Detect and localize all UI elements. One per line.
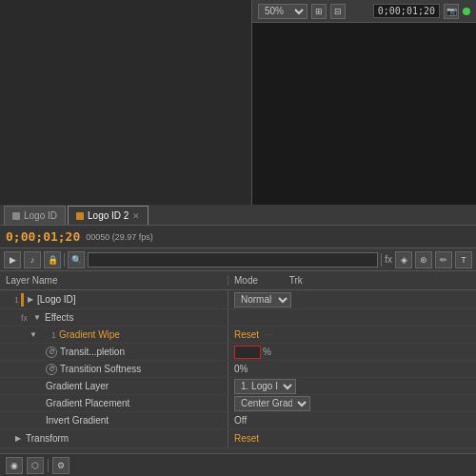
effects-expand-arrow[interactable]: ▼ [32,313,42,323]
bottom-separator [48,459,49,472]
transition-completion-row: ⏱ Transit...pletion 0 % [0,344,476,361]
invert-gradient-row: Invert Gradient Off [0,412,476,429]
lock-button[interactable]: 🔒 [44,251,61,268]
gradient-wipe-row: ▼ 1 Gradient Wipe Reset ··· [0,327,476,344]
transition-softness-name: Transition Softness [60,364,141,374]
gradient-wipe-left: ▼ 1 Gradient Wipe [0,327,228,343]
fx-label: fx [385,254,392,265]
gradient-wipe-right: Reset ··· [228,329,476,340]
audio-button[interactable]: ♪ [24,251,41,268]
gradient-placement-right: Center Gradie [228,396,476,411]
main-timecode: 0;00;01;20 [6,229,80,244]
gradient-wipe-num: 1 [41,330,56,340]
tabs-bar: Logo ID Logo ID 2 ✕ [0,205,476,226]
transition-completion-name: Transit...pletion [60,347,125,357]
layer-num: 1 [4,295,19,305]
mask-button[interactable]: ⊛ [415,251,432,268]
transition-softness-value: 0% [234,364,248,374]
transform-row: ▶ Transform Reset [0,429,476,448]
layer-name: [Logo ID] [37,294,76,305]
search-input[interactable] [88,252,378,268]
status-dot [463,8,470,15]
timecode-display: 0;00;01;20 [373,4,440,18]
fit-button[interactable]: ⊞ [311,4,327,19]
gradient-wipe-reset[interactable]: Reset [234,329,259,340]
gradient-layer-left: Gradient Layer [0,378,228,394]
gradient-placement-dropdown[interactable]: Center Gradie [234,396,310,411]
settings-button[interactable]: ⚙ [52,457,69,474]
fps-label: 00050 (29.97 fps) [86,232,153,242]
stopwatch-icon-tc[interactable]: ⏱ [46,347,57,358]
effects-label: Effects [45,312,73,323]
effects-row: fx ▼ Effects [0,309,476,327]
gradient-layer-row: Gradient Layer 1. Logo ID [0,378,476,395]
preview-canvas [252,23,476,205]
tab-close-button[interactable]: ✕ [132,211,140,221]
gradient-wipe-expand[interactable]: ▼ [29,330,38,340]
effects-left: fx ▼ Effects [0,309,228,326]
preview-right-panel: 50% 25% 75% 100% ⊞ ⊟ 0;00;01;20 📷 [252,0,476,205]
transition-softness-row: ⏱ Transition Softness 0% [0,361,476,378]
bottom-toolbar: ◉ ⬡ ⚙ [0,453,476,476]
render-button[interactable]: ⬡ [27,457,44,474]
transition-softness-left: ⏱ Transition Softness [0,361,228,377]
search-button[interactable]: 🔍 [68,251,85,268]
transform-left: ▶ Transform [0,429,228,447]
gradient-placement-left: Gradient Placement [0,395,228,411]
expand-arrow-layer[interactable]: ▶ [26,295,35,305]
tab-logo-id[interactable]: Logo ID [4,206,66,225]
layer-color-bar [21,293,24,307]
stopwatch-icon-ts[interactable]: ⏱ [46,364,57,375]
transition-completion-unit: % [263,347,271,357]
invert-gradient-value: Off [234,415,247,426]
gradient-placement-name: Gradient Placement [46,398,129,408]
gradient-layer-right: 1. Logo ID [228,379,476,394]
dots-menu[interactable]: ··· [265,329,272,340]
fx-indicator: fx [19,313,30,323]
layer-row-logo-id[interactable]: 1 ▶ [Logo ID] Normal [0,290,476,309]
toolbar-row: ▶ ♪ 🔒 🔍 fx ◈ ⊛ ✏ T [0,248,476,271]
view-options-button[interactable]: ⊟ [330,4,346,19]
tab-icon-logo-id-2 [76,212,84,220]
comp-button[interactable]: ◉ [6,457,23,474]
gradient-layer-name: Gradient Layer [46,381,109,391]
transform-right: Reset [228,433,476,444]
col-mode: Mode Trk [228,275,476,286]
invert-gradient-left: Invert Gradient [0,412,228,428]
mode-dropdown[interactable]: Normal [234,292,291,307]
gradient-layer-dropdown[interactable]: 1. Logo ID [234,379,296,394]
toolbar-separator [64,253,65,267]
timeline-header: 0;00;01;20 00050 (29.97 fps) [0,226,476,248]
layer-right: Normal [228,292,476,307]
invert-gradient-name: Invert Gradient [46,415,109,426]
columns-header: Layer Name Mode Trk [0,271,476,290]
tab-logo-id-2[interactable]: Logo ID 2 ✕ [68,206,149,225]
layers-area: 1 ▶ [Logo ID] Normal fx ▼ Effects ▼ 1 Gr… [0,290,476,448]
paint-button[interactable]: ✏ [435,251,452,268]
tab-icon-logo-id [12,212,20,220]
preview-left-panel [0,0,252,205]
curve-button[interactable]: ◈ [395,251,412,268]
invert-gradient-right: Off [228,415,476,426]
type-button[interactable]: T [455,251,472,268]
layer-left-logo-id: 1 ▶ [Logo ID] [0,290,228,308]
preview-area: 50% 25% 75% 100% ⊞ ⊟ 0;00;01;20 📷 [0,0,476,205]
transition-completion-left: ⏱ Transit...pletion [0,344,228,360]
zoom-select[interactable]: 50% 25% 75% 100% [258,4,307,19]
gradient-placement-row: Gradient Placement Center Gradie [0,395,476,412]
camera-icon[interactable]: 📷 [444,4,459,19]
transform-reset[interactable]: Reset [234,433,259,444]
transition-completion-input[interactable]: 0 [234,346,261,359]
col-layer-name: Layer Name [0,275,228,286]
transform-label: Transform [26,433,69,444]
gradient-wipe-label: Gradient Wipe [59,329,120,340]
preview-toolbar: 50% 25% 75% 100% ⊞ ⊟ 0;00;01;20 📷 [252,0,476,23]
transition-completion-right: 0 % [228,346,476,359]
preview-button[interactable]: ▶ [4,251,21,268]
toolbar-separator-2 [381,253,382,267]
transform-expand[interactable]: ▶ [13,434,23,444]
transition-softness-right: 0% [228,364,476,374]
